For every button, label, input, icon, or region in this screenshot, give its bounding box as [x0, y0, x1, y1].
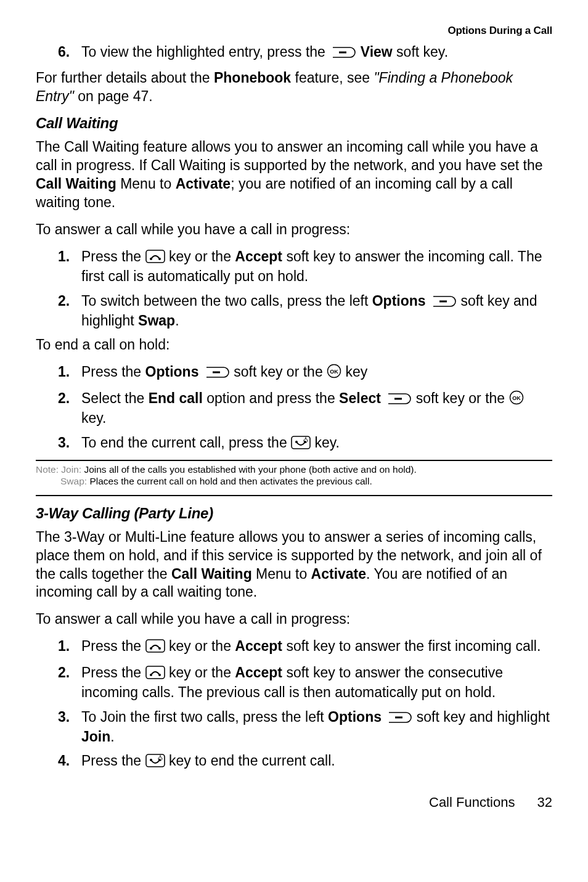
accept-label: Accept	[235, 248, 282, 264]
text-b: key.	[314, 435, 339, 451]
cw-end-step-3: 3. To end the current call, press the ke…	[81, 434, 552, 454]
tw-intro-c: Menu to	[252, 566, 311, 582]
endcall-label: End call	[149, 390, 203, 406]
cw-intro-c: Menu to	[116, 176, 176, 192]
text-c: soft key and highlight	[417, 709, 550, 725]
cw-end-lead: To end a call on hold:	[36, 336, 552, 354]
options-label: Options	[328, 709, 382, 725]
note-label: Note:	[36, 464, 61, 475]
call-key-icon	[145, 666, 165, 684]
divider-top	[36, 460, 552, 461]
footer-section: Call Functions	[429, 794, 515, 810]
cw-answer-step-2: 2. To switch between the two calls, pres…	[81, 292, 552, 330]
text-e: soft key or the	[416, 390, 509, 406]
step-number: 4.	[58, 752, 70, 770]
running-header: Options During a Call	[36, 25, 552, 37]
text-a: To end the current call, press the	[81, 435, 291, 451]
step-suffix: soft key.	[393, 44, 448, 60]
text-d: key	[345, 364, 367, 380]
end-key-icon	[145, 754, 165, 772]
cw-intro-b: Call Waiting	[36, 176, 116, 192]
text-b: key to end the current call.	[169, 753, 335, 769]
join-label: Join	[81, 729, 110, 745]
call-waiting-intro: The Call Waiting feature allows you to a…	[36, 138, 552, 212]
phonebook-mid: feature, see	[291, 70, 374, 86]
page-footer: Call Functions 32	[36, 794, 552, 811]
call-key-icon	[145, 639, 165, 657]
step-number: 2.	[58, 390, 70, 407]
text-a: Press the	[81, 664, 145, 680]
text-a: Press the	[81, 638, 145, 654]
text-f: key.	[81, 410, 106, 426]
text-d: soft key to answer the first incoming ca…	[282, 638, 541, 654]
text-a: Press the	[81, 248, 145, 264]
tw-intro-d: Activate	[311, 566, 366, 582]
accept-label: Accept	[235, 638, 282, 654]
step-number: 3.	[58, 434, 70, 452]
note-join-label: Join:	[61, 464, 84, 475]
cw-answer-step-1: 1. Press the key or the Accept soft key …	[81, 248, 552, 286]
tw-intro-b: Call Waiting	[171, 566, 252, 582]
text-e: .	[110, 729, 114, 745]
softkey-icon	[329, 45, 356, 63]
softkey-icon	[430, 294, 457, 312]
text-b: key or the	[169, 638, 235, 654]
options-label: Options	[145, 364, 199, 380]
step-number: 6.	[58, 43, 70, 61]
end-key-icon	[291, 436, 311, 454]
softkey-icon	[203, 365, 230, 383]
text-a: To Join the first two calls, press the l…	[81, 709, 328, 725]
step-number: 1.	[58, 637, 70, 655]
phonebook-prefix: For further details about the	[36, 70, 214, 86]
text-a: Select the	[81, 390, 149, 406]
note-block: Note: Join: Joins all of the calls you e…	[36, 463, 552, 490]
step-number: 1.	[58, 363, 70, 381]
text-c: soft key or the	[234, 364, 327, 380]
phonebook-word: Phonebook	[214, 70, 291, 86]
tw-step-3: 3. To Join the first two calls, press th…	[81, 708, 552, 746]
text-b: key or the	[169, 664, 235, 680]
note-swap-text: Places the current call on hold and then…	[89, 476, 372, 486]
tw-step-4: 4. Press the key to end the current call…	[81, 752, 552, 772]
accept-label: Accept	[235, 664, 282, 680]
phonebook-crossref: For further details about the Phonebook …	[36, 69, 552, 106]
threeway-lead: To answer a call while you have a call i…	[36, 610, 552, 629]
step-number: 2.	[58, 292, 70, 310]
threeway-intro: The 3-Way or Multi-Line feature allows y…	[36, 528, 552, 602]
step-6-view: 6. To view the highlighted entry, press …	[81, 43, 552, 63]
text-a: Press the	[81, 753, 145, 769]
step-number: 1.	[58, 248, 70, 266]
view-softkey-label: View	[361, 44, 393, 60]
text-e: .	[175, 312, 179, 329]
cw-answer-lead: To answer a call while you have a call i…	[36, 221, 552, 239]
step-text: To view the highlighted entry, press the	[81, 44, 329, 60]
cw-intro-d: Activate	[176, 176, 231, 192]
divider-bottom	[36, 495, 552, 496]
step-number: 3.	[58, 708, 70, 726]
tw-step-1: 1. Press the key or the Accept soft key …	[81, 637, 552, 657]
text-a: To switch between the two calls, press t…	[81, 293, 372, 309]
footer-page-number: 32	[537, 794, 552, 811]
note-join-text: Joins all of the calls you established w…	[84, 464, 416, 475]
softkey-icon	[385, 391, 412, 409]
swap-label: Swap	[138, 312, 175, 329]
options-label: Options	[372, 293, 426, 309]
heading-3way: 3-Way Calling (Party Line)	[36, 505, 552, 522]
cw-end-step-2: 2. Select the End call option and press …	[81, 390, 552, 428]
softkey-icon	[385, 710, 412, 728]
phonebook-suffix: on page 47.	[74, 88, 153, 104]
text-c: option and press the	[203, 390, 339, 406]
call-key-icon	[145, 250, 165, 267]
tw-step-2: 2. Press the key or the Accept soft key …	[81, 664, 552, 702]
heading-call-waiting: Call Waiting	[36, 115, 552, 132]
text-b: key or the	[169, 248, 235, 264]
step-number: 2.	[58, 664, 70, 682]
cw-end-step-1: 1. Press the Options soft key or the key	[81, 363, 552, 383]
cw-intro-a: The Call Waiting feature allows you to a…	[36, 139, 542, 173]
ok-key-icon	[509, 390, 524, 409]
text-a: Press the	[81, 364, 145, 380]
select-label: Select	[339, 390, 381, 406]
ok-key-icon	[327, 364, 341, 383]
note-swap-label: Swap:	[60, 476, 89, 486]
